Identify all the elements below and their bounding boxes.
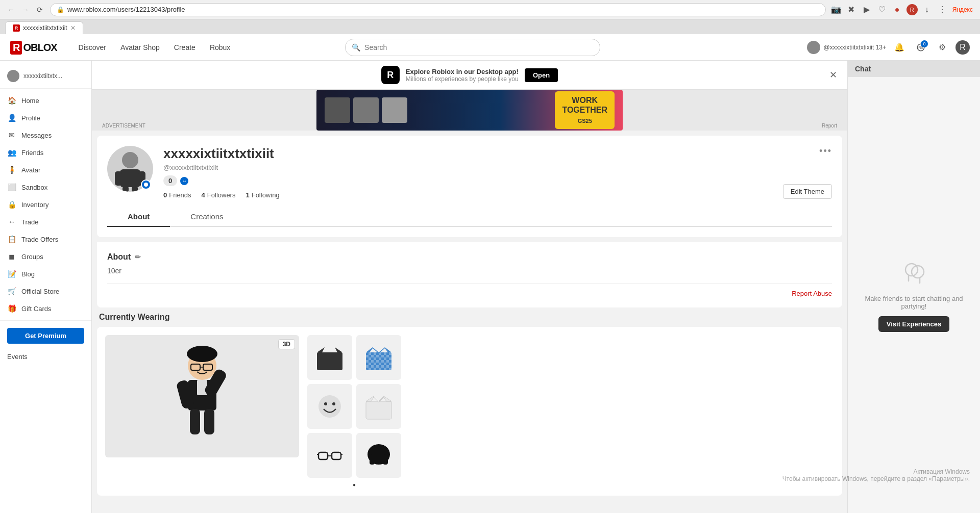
friends-stat[interactable]: 0 Friends — [163, 191, 191, 199]
sidebar-item-home[interactable]: 🏠 Home — [0, 92, 91, 109]
profile-more-button[interactable]: ••• — [819, 146, 832, 157]
sidebar-home-label: Home — [21, 97, 39, 105]
edit-theme-button[interactable]: Edit Theme — [783, 184, 832, 199]
main-content: R Explore Roblox in our Desktop app! Mil… — [92, 61, 847, 513]
profile-icon[interactable]: R — [906, 4, 918, 15]
sidebar-item-avatar[interactable]: 🧍 Avatar — [0, 161, 91, 178]
profile-handle: @xxxxxixtiitxtxtixiit — [163, 164, 832, 171]
item-card-3[interactable] — [356, 384, 401, 429]
followers-stat[interactable]: 4 Followers — [202, 191, 236, 199]
svg-rect-6 — [122, 187, 129, 192]
active-tab[interactable]: R xxxxxixtiitxtxtixiit ✕ — [5, 21, 83, 34]
robux-badge-display: 0 — [163, 175, 177, 186]
avatar-3d-view: 3D — [105, 335, 299, 457]
sidebar-item-friends[interactable]: 👥 Friends — [0, 144, 91, 161]
forward-button[interactable]: → — [19, 4, 32, 16]
sidebar-item-groups[interactable]: ◼ Groups — [0, 248, 91, 265]
favorite-icon[interactable]: ♡ — [876, 4, 888, 16]
browser-chrome: ← → ⟳ 🔒 www.roblox.com/users/12213043/pr… — [0, 0, 980, 19]
visit-experiences-button[interactable]: Visit Experiences — [878, 316, 949, 332]
about-divider — [107, 283, 832, 284]
item-card-5[interactable] — [356, 433, 401, 478]
notifications-btn[interactable]: 🔔 — [891, 39, 908, 56]
browser-nav-btns: ← → ⟳ — [5, 4, 46, 16]
sidebar-item-profile[interactable]: 👤 Profile — [0, 109, 91, 126]
download-icon[interactable]: ↓ — [921, 4, 933, 16]
about-edit-icon[interactable]: ✏ — [135, 253, 141, 261]
sidebar-item-messages[interactable]: ✉ Messages — [0, 126, 91, 144]
ad-banner-inner: WORKTOGETHERGS25 — [316, 90, 623, 131]
nav-avatar — [807, 41, 820, 54]
item-card-0[interactable] — [307, 335, 352, 380]
url-bar[interactable]: 🔒 www.roblox.com/users/12213043/profile — [50, 3, 826, 16]
trade-offers-icon: 📋 — [7, 235, 16, 244]
ad-report[interactable]: Report — [822, 123, 837, 129]
report-abuse-button[interactable]: Report Abuse — [107, 290, 832, 297]
sidebar-item-sandbox[interactable]: ⬜ Sandbox — [0, 178, 91, 196]
following-stat[interactable]: 1 Following — [246, 191, 279, 199]
sidebar-item-gift-cards[interactable]: 🎁 Gift Cards — [0, 300, 91, 317]
nav-links: Discover Avatar Shop Create Robux — [72, 40, 237, 55]
notif-close-button[interactable]: ✕ — [829, 69, 837, 81]
cast-icon[interactable]: ▶ — [861, 4, 873, 16]
search-input[interactable] — [364, 43, 594, 52]
browser-actions: 📷 ✖ ▶ ♡ ● R ↓ ⋮ — [830, 4, 948, 16]
view-3d-badge[interactable]: 3D — [278, 339, 295, 349]
tab-favicon: R — [13, 24, 20, 32]
item-card-4[interactable] — [307, 433, 352, 478]
sidebar-friends-label: Friends — [21, 149, 43, 157]
item-card-1[interactable] — [356, 335, 401, 380]
profile-tabs: About Creations — [107, 207, 832, 227]
followers-count: 4 — [202, 191, 205, 199]
close-tab-icon[interactable]: ✖ — [845, 4, 857, 16]
robux-icon-btn[interactable]: R$ 0 — [913, 39, 929, 56]
nav-robux[interactable]: Robux — [204, 40, 236, 55]
tab-about[interactable]: About — [107, 207, 170, 227]
sidebar-profile-label: Profile — [21, 114, 40, 122]
sidebar-item-inventory[interactable]: 🔒 Inventory — [0, 196, 91, 213]
tab-bar: R xxxxxixtiitxtxtixiit ✕ — [0, 19, 980, 34]
nav-user[interactable]: @xxxxxixtiitxtxtixiit 13+ — [807, 41, 886, 54]
svg-rect-19 — [204, 409, 214, 434]
user-circle-icon[interactable]: ● — [891, 4, 903, 16]
sidebar-trade-label: Trade — [21, 218, 38, 226]
sidebar-avatar-icon — [7, 70, 19, 82]
notif-open-button[interactable]: Open — [525, 68, 558, 82]
wearing-content: 3D — [97, 327, 842, 496]
item-icon-0 — [314, 342, 345, 373]
item-card-2[interactable] — [307, 384, 352, 429]
notif-content: Explore Roblox in our Desktop app! Milli… — [406, 68, 519, 83]
ad-content — [325, 97, 407, 123]
profile-display-name: xxxxxixtiitxtxtixiit — [163, 146, 832, 162]
online-badge — [141, 179, 151, 190]
sidebar: xxxxxixtiitxtx... 🏠 Home 👤 Profile ✉ Mes… — [0, 61, 92, 513]
settings-btn[interactable]: ⚙ — [934, 39, 950, 56]
more-icon[interactable]: ⋮ — [936, 4, 948, 16]
notif-app-icon: R — [381, 66, 400, 84]
nav-create[interactable]: Create — [168, 40, 202, 55]
nav-discover[interactable]: Discover — [72, 40, 112, 55]
sidebar-item-official-store[interactable]: 🛒 Official Store — [0, 283, 91, 300]
friends-label: Friends — [169, 191, 191, 199]
svg-rect-33 — [332, 452, 341, 459]
logo-text: OBLOX — [23, 42, 57, 54]
sidebar-item-blog[interactable]: 📝 Blog — [0, 265, 91, 283]
screenshot-icon[interactable]: 📷 — [830, 4, 842, 16]
get-premium-button[interactable]: Get Premium — [7, 328, 84, 344]
profile-menu-btn[interactable]: R — [955, 40, 970, 55]
sidebar-item-events[interactable]: Events — [0, 348, 91, 365]
tab-close[interactable]: ✕ — [70, 24, 76, 32]
sidebar-item-trade[interactable]: ↔ Trade — [0, 213, 91, 230]
trade-status-icon: ↔ — [180, 177, 188, 185]
top-nav: R OBLOX Discover Avatar Shop Create Robu… — [0, 34, 980, 61]
tab-creations[interactable]: Creations — [170, 207, 243, 226]
refresh-button[interactable]: ⟳ — [34, 4, 46, 16]
chat-header: Chat — [848, 61, 980, 77]
item-icon-1 — [363, 342, 394, 373]
nav-avatar-shop[interactable]: Avatar Shop — [114, 40, 166, 55]
wearing-title: Currently Wearing — [97, 313, 842, 322]
sidebar-item-trade-offers[interactable]: 📋 Trade Offers — [0, 230, 91, 248]
profile-info: xxxxxixtiitxtxtixiit @xxxxxixtiitxtxtixi… — [163, 146, 832, 199]
back-button[interactable]: ← — [5, 4, 17, 16]
item-icon-5 — [363, 440, 394, 471]
